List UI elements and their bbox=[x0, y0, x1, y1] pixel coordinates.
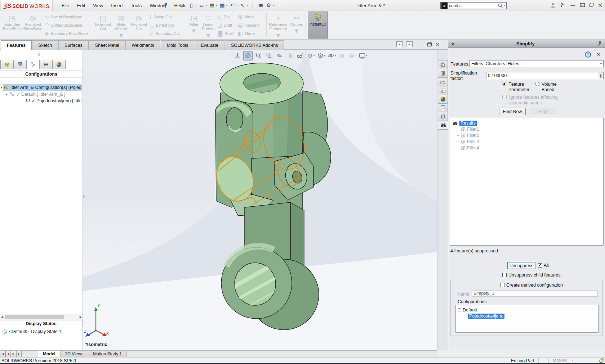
config-default-row[interactable]: ▾ ✓ Default [ Idler Arm_& ] bbox=[6, 91, 82, 98]
scroll-right-icon[interactable]: ▶ bbox=[80, 315, 82, 319]
results-list-box[interactable]: Results Fillet1 Fillet2 Fillet3 Fille bbox=[450, 118, 604, 246]
print-icon[interactable]: ▦ bbox=[218, 1, 226, 10]
feature-manager-tab[interactable] bbox=[0, 60, 14, 69]
zoom-area-icon[interactable] bbox=[264, 51, 273, 60]
apply-view-icon[interactable] bbox=[233, 51, 242, 60]
forum-sync-tab[interactable] bbox=[438, 112, 448, 121]
command-tab[interactable]: Mold Tools bbox=[161, 40, 195, 50]
close-dialog-icon[interactable]: ✕ bbox=[596, 51, 601, 58]
unsuppress-child-checkbox[interactable]: Unsuppress child features bbox=[502, 273, 561, 278]
panel-splitter[interactable] bbox=[0, 50, 83, 59]
custom-properties-tab[interactable] bbox=[438, 103, 448, 112]
new-document-icon[interactable]: ▯ bbox=[187, 1, 195, 10]
curves-caret-icon[interactable]: ▾ bbox=[295, 27, 298, 34]
intersect-button[interactable]: ◒Intersect bbox=[238, 21, 265, 29]
hole-wizard-button[interactable]: ◎Hole Wizard▾ bbox=[113, 12, 129, 39]
revolved-cut-button[interactable]: ◷Revolved Cut bbox=[129, 12, 148, 39]
wrap-button[interactable]: ◍Wrap bbox=[238, 13, 265, 21]
collapse-left-pane-icon[interactable]: ◂ bbox=[396, 41, 403, 47]
revolved-boss-button[interactable]: ◶Revolved Boss/Base bbox=[22, 12, 43, 39]
curves-button[interactable]: ∾Curves▾ bbox=[289, 12, 304, 39]
checkbox-icon[interactable] bbox=[502, 273, 507, 277]
collapse-pane-icon[interactable]: « bbox=[451, 40, 455, 47]
menu-item[interactable]: Edit bbox=[73, 1, 89, 10]
pin-menubar-icon[interactable] bbox=[163, 3, 168, 9]
features-dropdown[interactable]: Fillets; Chamfers; Holes ▾ bbox=[470, 60, 604, 67]
boundary-cut-button[interactable]: ◇Boundary Cut bbox=[150, 30, 185, 37]
next-tab-icon[interactable]: ▶ bbox=[11, 351, 16, 357]
restore-window-icon[interactable] bbox=[590, 4, 593, 7]
help-icon[interactable]: ? bbox=[585, 51, 591, 58]
home-tab[interactable] bbox=[438, 60, 448, 69]
prev-tab-icon[interactable]: ◀ bbox=[5, 351, 11, 357]
edit-appearance-icon[interactable] bbox=[337, 51, 347, 60]
bottom-tab[interactable]: 3D Views bbox=[60, 351, 88, 357]
print-caret-icon[interactable]: ▾ bbox=[226, 4, 228, 7]
panel-horizontal-scrollbar[interactable]: ◀ ▶ bbox=[0, 314, 83, 320]
display-style-icon[interactable]: ▾ bbox=[316, 51, 326, 60]
save-caret-icon[interactable]: ▾ bbox=[216, 4, 217, 7]
menu-item[interactable]: Insert bbox=[107, 1, 127, 10]
view-orientation-icon[interactable]: ▾ bbox=[306, 51, 315, 60]
rib-button[interactable]: ◺Rib bbox=[218, 13, 237, 21]
first-tab-icon[interactable]: ◀ bbox=[0, 351, 5, 357]
view-cube-icon[interactable] bbox=[243, 51, 253, 60]
mirror-button[interactable]: ◧Mirror bbox=[238, 30, 265, 37]
display-state-item[interactable]: <Default>_Display State 1 bbox=[2, 328, 61, 335]
fillet-button[interactable]: ◲Fillet▾ bbox=[187, 12, 200, 39]
volume-based-radio[interactable]: Volume Based bbox=[535, 82, 557, 93]
annotation-views-icon[interactable]: A bbox=[295, 51, 305, 60]
appearances-tab[interactable] bbox=[438, 95, 448, 104]
config-tree-root-row[interactable]: ▾ Idler Arm_& Configuration(s) (Pojed bbox=[1, 84, 82, 91]
menu-item[interactable]: Tools bbox=[127, 1, 146, 10]
reference-geometry-button[interactable]: ⌖Reference Geometry▾ bbox=[268, 12, 289, 39]
bottom-tab[interactable]: Model bbox=[38, 351, 61, 357]
close-window-icon[interactable]: × bbox=[598, 1, 603, 9]
command-tab[interactable]: SOLIDWORKS Add-Ins bbox=[225, 40, 284, 50]
all-checkbox[interactable]: All bbox=[538, 263, 549, 268]
dimxpert-manager-tab[interactable]: ⊕ bbox=[39, 60, 53, 69]
user-account-icon[interactable] bbox=[550, 3, 556, 8]
minimize-window-icon[interactable]: — bbox=[570, 2, 575, 8]
collapse-node-icon[interactable]: − bbox=[458, 308, 461, 311]
scroll-left-icon[interactable]: ◀ bbox=[0, 315, 4, 319]
search-icon[interactable] bbox=[498, 3, 503, 9]
help-caret-icon[interactable]: ▾ bbox=[563, 4, 565, 6]
span-displays-icon[interactable]: ↔ bbox=[580, 3, 585, 7]
config-child-node[interactable]: Pojednostavljeno bbox=[464, 313, 596, 319]
configuration-manager-tab[interactable] bbox=[26, 60, 40, 69]
radio-icon[interactable] bbox=[535, 82, 539, 86]
config-default-node[interactable]: − Default bbox=[458, 307, 596, 313]
view-settings-icon[interactable]: ▾ bbox=[358, 51, 368, 60]
search-input[interactable] bbox=[449, 3, 498, 8]
apply-scene-icon[interactable]: ▾ bbox=[348, 51, 357, 60]
doc-close-icon[interactable]: × bbox=[435, 41, 440, 48]
file-explorer-tab[interactable] bbox=[438, 77, 448, 86]
menu-item[interactable]: File bbox=[58, 1, 73, 10]
factor-input[interactable]: 0.100000 ▲▼ bbox=[486, 72, 604, 79]
file-properties-icon[interactable]: ≡ bbox=[257, 1, 265, 10]
linear-pattern-button[interactable]: ∷Linear Pattern▾ bbox=[200, 12, 216, 39]
hole-wizard-caret-icon[interactable]: ▾ bbox=[119, 32, 123, 39]
spin-down-icon[interactable]: ▼ bbox=[600, 76, 602, 78]
command-tab[interactable]: Sketch bbox=[32, 40, 58, 50]
save-icon[interactable]: ▤ bbox=[208, 1, 216, 10]
command-tab[interactable]: Sheet Metal bbox=[89, 40, 125, 50]
expand-arrow-icon[interactable]: ▾ bbox=[6, 93, 10, 96]
open-caret-icon[interactable]: ▾ bbox=[206, 4, 207, 7]
result-fillet-row[interactable]: Fillet1 bbox=[457, 126, 601, 132]
unsuppress-button[interactable]: Unsuppress bbox=[507, 262, 535, 269]
draft-button[interactable]: ◿Draft bbox=[218, 21, 237, 29]
command-tab[interactable]: Features bbox=[1, 40, 32, 50]
select-caret-icon[interactable]: ▾ bbox=[247, 4, 248, 7]
boundary-boss-button[interactable]: ◈Boundary Boss/Base bbox=[45, 30, 91, 37]
options-caret-icon[interactable]: ▾ bbox=[273, 4, 274, 7]
open-icon[interactable]: ▱ bbox=[198, 1, 206, 10]
zoom-fit-icon[interactable] bbox=[254, 51, 263, 60]
search-box[interactable]: » ▾ bbox=[440, 2, 507, 9]
radio-icon[interactable] bbox=[502, 82, 506, 86]
extruded-boss-button[interactable]: ◳Extruded Boss/Base bbox=[2, 12, 22, 39]
hide-show-items-icon[interactable]: ▾ bbox=[327, 51, 336, 60]
shell-button[interactable]: ◙Shell bbox=[218, 30, 237, 37]
section-view-icon[interactable] bbox=[285, 51, 294, 60]
